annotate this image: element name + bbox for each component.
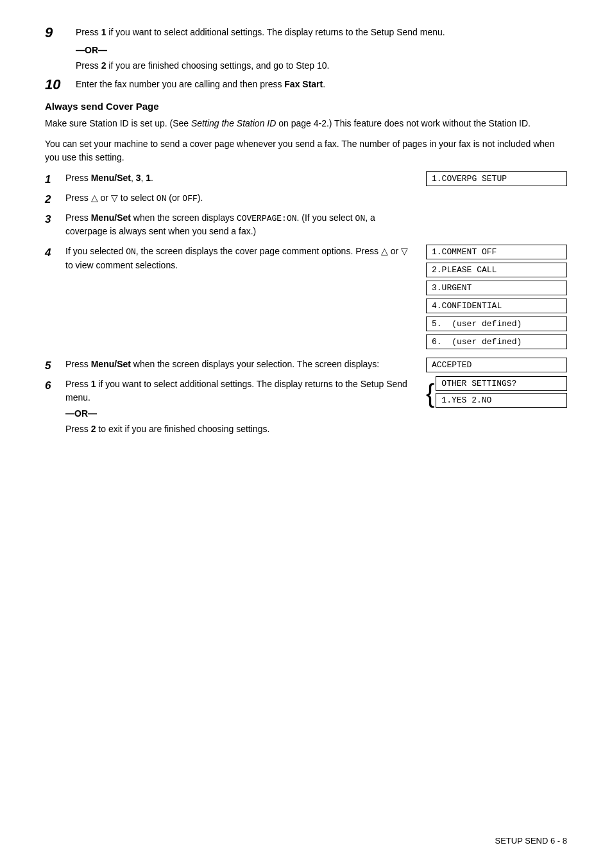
step-2-content: Press △ or ▽ to select ON (or OFF). <box>65 191 413 205</box>
body-para-2: You can set your machine to send a cover… <box>45 137 567 165</box>
or-line-6: —OR— <box>65 408 416 419</box>
steps-1-2-3-block: 1 Press Menu/Set, 3, 1. 2 Press △ or ▽ t… <box>45 171 567 242</box>
step-1-number: 1 <box>45 171 65 187</box>
step-1: 1 Press Menu/Set, 3, 1. <box>45 171 413 187</box>
page-footer: SETUP SEND 6 - 8 <box>495 836 567 846</box>
step-10-number: 10 <box>45 78 76 92</box>
step-3-number: 3 <box>45 211 65 227</box>
please-call-screen: 2.PLEASE CALL <box>426 263 567 277</box>
step-6-number: 6 <box>45 378 65 394</box>
step-9-content: Press 1 if you want to select additional… <box>76 26 567 39</box>
step-5-6-screens: ACCEPTED { OTHER SETTINGS? 1.YES 2.NO <box>426 358 567 411</box>
step-3: 3 Press Menu/Set when the screen display… <box>45 211 413 239</box>
bracket-brace: { <box>426 381 434 406</box>
step-5-6-block: 5 Press Menu/Set when the screen display… <box>45 358 567 436</box>
confidential-screen: 4.CONFIDENTIAL <box>426 299 567 313</box>
step-10-content: Enter the fax number you are calling and… <box>76 78 567 91</box>
steps-1-2-3-left: 1 Press Menu/Set, 3, 1. 2 Press △ or ▽ t… <box>45 171 426 242</box>
step-4-number: 4 <box>45 245 65 261</box>
step-1-screen: 1.COVERPG SETUP <box>426 171 567 189</box>
step-3-content: Press Menu/Set when the screen displays … <box>65 211 413 239</box>
user-defined-5-screen: 5. (user defined) <box>426 317 567 331</box>
or-line-9: —OR— <box>76 45 567 55</box>
step-2: 2 Press △ or ▽ to select ON (or OFF). <box>45 191 413 207</box>
step-1-content: Press Menu/Set, 3, 1. <box>65 171 413 185</box>
other-settings-screens: OTHER SETTINGS? 1.YES 2.NO <box>436 376 567 411</box>
step-5-number: 5 <box>45 358 65 374</box>
accepted-screen: ACCEPTED <box>426 358 567 372</box>
step-5: 5 Press Menu/Set when the screen display… <box>45 358 416 374</box>
step-6: 6 Press 1 if you want to select addition… <box>45 378 416 404</box>
step-4-block: 4 If you selected ON, the screen display… <box>45 245 567 352</box>
comment-off-screen: 1.COMMENT OFF <box>426 245 567 259</box>
step-6-content: Press 1 if you want to select additional… <box>65 378 416 404</box>
yes-no-screen: 1.YES 2.NO <box>436 393 567 408</box>
coverpg-setup-screen: 1.COVERPG SETUP <box>426 171 567 186</box>
step-4-left: 4 If you selected ON, the screen display… <box>45 245 426 276</box>
step-5-6-left: 5 Press Menu/Set when the screen display… <box>45 358 426 436</box>
step-9-or-text: Press 2 if you are finished choosing set… <box>76 59 567 73</box>
step-4: 4 If you selected ON, the screen display… <box>45 245 416 272</box>
step-4-screens: 1.COMMENT OFF 2.PLEASE CALL 3.URGENT 4.C… <box>426 245 567 352</box>
other-settings-group: { OTHER SETTINGS? 1.YES 2.NO <box>426 376 567 411</box>
urgent-screen: 3.URGENT <box>426 281 567 295</box>
user-defined-6-screen: 6. (user defined) <box>426 334 567 349</box>
step-10: 10 Enter the fax number you are calling … <box>45 78 567 92</box>
step-9: 9 Press 1 if you want to select addition… <box>45 26 567 40</box>
other-settings-screen: OTHER SETTINGS? <box>436 376 567 391</box>
step-2-number: 2 <box>45 191 65 207</box>
section-title: Always send Cover Page <box>45 101 567 112</box>
step-4-content: If you selected ON, the screen displays … <box>65 245 416 272</box>
step-9-number: 9 <box>45 26 76 40</box>
step-5-content: Press Menu/Set when the screen displays … <box>65 358 416 371</box>
step-6-or-text: Press 2 to exit if you are finished choo… <box>65 422 416 436</box>
body-para-1: Make sure Station ID is set up. (See Set… <box>45 117 567 131</box>
